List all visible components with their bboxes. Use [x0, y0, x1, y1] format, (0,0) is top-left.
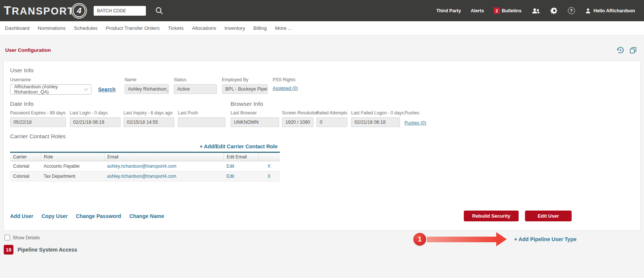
- cc-carrier-cell: Colonial: [10, 171, 41, 181]
- add-pipeline-user-type-link[interactable]: + Add Pipeline User Type: [514, 236, 576, 242]
- last-inquiry-field: 02/15/18 14:55: [124, 117, 174, 127]
- annotation-arrow-head: [496, 232, 507, 246]
- cc-col-remove: [258, 152, 280, 161]
- failed-attempts-label: Failed Attempts: [316, 110, 347, 116]
- cc-edit-link[interactable]: Edit: [226, 174, 234, 179]
- last-push-field: [178, 117, 225, 127]
- third-party-link[interactable]: Third Party: [436, 8, 461, 13]
- history-icon[interactable]: [616, 46, 625, 54]
- user-configuration-screen: TRANSPORT 4 Third Party Alerts 2 Bulleti…: [0, 0, 644, 278]
- transport4-logo[interactable]: TRANSPORT 4: [4, 4, 85, 18]
- user-info-heading: User Info: [10, 67, 640, 74]
- username-select[interactable]: ARichardson (Ashley Richardson_QA): [10, 84, 91, 95]
- nav-product-transfer-orders[interactable]: Product Transfer Orders: [101, 25, 164, 31]
- cc-carrier-cell: Colonial: [10, 161, 41, 171]
- user-configuration-card: User Info Username ARichardson (Ashley R…: [3, 61, 641, 231]
- cc-col-email: Email: [104, 152, 223, 161]
- last-browser-field: UNKNOWN: [231, 117, 279, 127]
- rebuild-security-button[interactable]: Rebuild Security: [464, 211, 519, 221]
- nav-schedules[interactable]: Schedules: [70, 25, 101, 31]
- cc-email-link[interactable]: ashley.richardson@transport4.com: [107, 174, 176, 179]
- cc-remove-link[interactable]: X: [268, 174, 271, 179]
- nav-more[interactable]: More ...: [271, 25, 296, 31]
- last-inquiry-label: Last Inquiry - 6 days ago: [124, 110, 174, 116]
- browser-info-heading: Browser Info: [231, 101, 426, 107]
- app-header: TRANSPORT 4 Third Party Alerts 2 Bulleti…: [0, 0, 644, 21]
- change-password-link[interactable]: Change Password: [76, 213, 121, 219]
- name-field: Ashley Richardson_QA: [125, 84, 169, 94]
- pipeline-count-badge: 19: [4, 245, 13, 255]
- nav-billing[interactable]: Billing: [249, 25, 271, 31]
- last-failed-logon-label: Last Failed Logon - 0 days: [351, 110, 400, 116]
- carrier-contact-roles-table: Carrier Role Email Edit Email Colonial A…: [10, 152, 280, 181]
- name-label: Name: [125, 77, 169, 82]
- pipeline-system-access-heading: Pipeline System Access: [18, 247, 77, 253]
- screen-resolution-field: 1920 / 1080: [282, 117, 313, 127]
- cc-remove-link[interactable]: X: [268, 164, 271, 169]
- page-title: User Configuration: [5, 47, 51, 53]
- date-info-heading: Date Info: [10, 101, 231, 107]
- change-name-link[interactable]: Change Name: [129, 213, 164, 219]
- logo-4-emblem: 4: [73, 4, 85, 17]
- bulletins-count-badge: 2: [494, 7, 500, 14]
- last-login-field: 02/21/18 08:19: [70, 117, 121, 127]
- pipeline-system-access-section: Show Details 19 Pipeline System Access 1…: [0, 231, 644, 278]
- last-push-label: Last Push: [178, 110, 225, 116]
- page-title-row: User Configuration: [0, 35, 644, 54]
- user-greeting[interactable]: Hello ARichardson: [585, 7, 635, 14]
- edit-user-button[interactable]: Edit User: [525, 211, 572, 221]
- nav-tickets[interactable]: Tickets: [164, 25, 188, 31]
- copy-icon[interactable]: [629, 46, 637, 54]
- alerts-link[interactable]: Alerts: [471, 8, 484, 13]
- cc-col-edit-email: Edit Email: [223, 152, 258, 161]
- failed-attempts-field: 0: [316, 117, 347, 127]
- username-selected-value: ARichardson (Ashley Richardson_QA): [14, 84, 85, 95]
- person-icon: [585, 7, 591, 14]
- last-browser-label: Last Browser: [231, 110, 279, 116]
- search-link[interactable]: Search: [98, 86, 116, 92]
- copy-user-link[interactable]: Copy User: [41, 213, 68, 219]
- bulletins-link[interactable]: 2 Bulletins: [494, 7, 522, 14]
- employed-by-field: BPL - Buckeye Pipeline: [222, 84, 268, 94]
- nav-inventory[interactable]: Inventory: [221, 25, 250, 31]
- show-details-label: Show Details: [13, 235, 40, 240]
- add-edit-carrier-contact-role-link[interactable]: + Add/Edit Carrier Contact Role: [200, 143, 278, 149]
- bulletins-label: Bulletins: [502, 8, 522, 13]
- logo-text: TRANSPORT: [4, 4, 74, 18]
- cc-role-cell: Tax Department: [41, 171, 104, 181]
- greeting-text: Hello ARichardson: [594, 8, 635, 13]
- pss-rights-label: PSS Rights: [273, 77, 298, 82]
- annotation-step-badge: 1: [413, 233, 426, 246]
- cc-email-link[interactable]: ashley.richardson@transport4.com: [107, 164, 176, 169]
- username-label: Username: [10, 77, 91, 82]
- screen-resolution-label: Screen Resolution: [282, 110, 313, 116]
- search-icon[interactable]: [155, 6, 164, 15]
- last-login-label: Last Login - 0 days: [70, 110, 121, 116]
- show-details-checkbox[interactable]: [4, 235, 10, 240]
- carrier-contact-roles-heading: Carrier Contact Roles: [10, 133, 640, 140]
- help-icon[interactable]: ?: [568, 7, 575, 14]
- pss-rights-assigned-link[interactable]: Assigned (0): [273, 86, 298, 91]
- batch-code-input[interactable]: [94, 6, 146, 16]
- nav-dashboard[interactable]: Dashboard: [1, 25, 34, 31]
- last-failed-logon-field: 02/21/18 08:18: [351, 117, 400, 127]
- users-icon[interactable]: [531, 7, 541, 15]
- employed-by-label: Employed By: [222, 77, 268, 82]
- cc-edit-link[interactable]: Edit: [226, 164, 234, 169]
- table-row: Colonial Tax Department ashley.richardso…: [10, 171, 280, 181]
- add-user-link[interactable]: Add User: [10, 213, 33, 219]
- cc-role-cell: Accounts Payable: [41, 161, 104, 171]
- cc-col-carrier: Carrier: [10, 152, 41, 161]
- cc-col-role: Role: [41, 152, 104, 161]
- nav-allocations[interactable]: Allocations: [188, 25, 220, 31]
- pushes-label: Pushes: [404, 110, 426, 116]
- table-row: Colonial Accounts Payable ashley.richard…: [10, 161, 280, 171]
- pushes-link[interactable]: Pushes (0): [404, 120, 426, 126]
- nav-nominations[interactable]: Nominations: [34, 25, 70, 31]
- header-right-group: Third Party Alerts 2 Bulletins ? Hello A…: [436, 7, 635, 15]
- main-nav: Dashboard Nominations Schedules Product …: [0, 21, 644, 35]
- password-expires-label: Password Expires - 89 days: [10, 110, 66, 116]
- password-expires-field: 05/22/18: [10, 117, 66, 127]
- gear-icon[interactable]: [550, 7, 558, 15]
- annotation-arrow: [427, 237, 497, 242]
